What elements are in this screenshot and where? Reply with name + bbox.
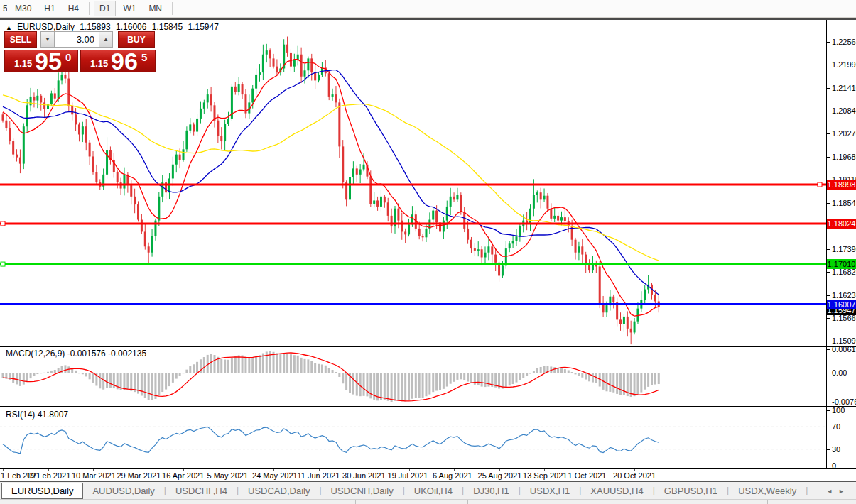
sell-price-point: 0 [65, 51, 71, 63]
tab-scroll-right-icon[interactable]: ► [838, 488, 850, 495]
volume-input[interactable] [55, 31, 99, 48]
axis-tick-mark [826, 295, 830, 296]
hline-label-resistance-1[interactable]: 1.18998 [827, 180, 856, 190]
axis-tick-mark [826, 349, 830, 350]
macd-label: MACD(12,26,9) -0.001576 -0.002135 [6, 349, 146, 358]
date-label: 29 Mar 2021 [117, 471, 161, 480]
tab-eurusd-daily[interactable]: EURUSD,Daily [1, 483, 83, 499]
time-axis[interactable]: 1 Feb 202119 Feb 202110 Mar 202129 Mar 2… [0, 469, 826, 481]
hline-label-current-level[interactable]: 1.16007 [827, 300, 856, 309]
date-label: 25 Aug 2021 [478, 471, 522, 480]
sell-price-base: 1.15 [14, 58, 32, 69]
timeframe-m15-button[interactable]: 5 [1, 1, 8, 16]
rsi-tick-label: 100 [832, 406, 845, 415]
buy-price-base: 1.15 [90, 58, 108, 69]
tab-audusd-daily[interactable]: AUDUSD,Daily [83, 483, 163, 498]
tab-usdcnh-daily[interactable]: USDCNH,Daily [322, 483, 403, 498]
date-label: 24 May 2021 [252, 471, 298, 480]
macd-tick-label: 0.006193 [832, 345, 856, 354]
date-label: 16 Apr 2021 [162, 471, 204, 480]
tab-xauusd-h4[interactable]: XAUUSD,H4 [581, 483, 652, 498]
axis-tick-mark [826, 88, 830, 89]
timeframe-w1-button[interactable]: W1 [117, 1, 141, 16]
buy-price-box[interactable]: 1.15 96 5 [80, 50, 156, 72]
timeframe-d1-button[interactable]: D1 [94, 1, 116, 16]
statusbar-divider [767, 500, 768, 504]
status-bar [0, 499, 856, 504]
date-label: 19 Feb 2021 [27, 471, 71, 480]
hline-label-resistance-2[interactable]: 1.18024 [827, 219, 856, 229]
date-label: 10 Mar 2021 [72, 471, 116, 480]
date-label: 19 Jul 2021 [388, 471, 428, 480]
timeframe-h4-button[interactable]: H4 [63, 1, 85, 16]
statusbar-divider [215, 500, 215, 504]
panel-separator[interactable] [0, 406, 856, 407]
statusbar-divider [467, 500, 468, 504]
axis-tick-mark [826, 203, 830, 204]
price-tick-label: 1.20270 [832, 129, 856, 138]
timeframe-mn-button[interactable]: MN [143, 1, 168, 16]
axis-tick-mark [826, 157, 830, 158]
sell-button[interactable]: SELL [4, 31, 37, 48]
tab-ukoil-h4[interactable]: UKOil,H4 [405, 483, 462, 498]
ohlc-open: 1.15893 [80, 22, 110, 32]
date-label: 6 Aug 2021 [433, 471, 472, 480]
date-label: 13 Sep 2021 [523, 471, 567, 480]
chart-symbol-period: EURUSD,Daily [17, 22, 75, 32]
ohlc-low: 1.15845 [152, 22, 183, 32]
axis-tick-mark [826, 272, 830, 273]
date-label: 11 Jun 2021 [298, 471, 340, 480]
collapse-triangle-icon[interactable]: ▲ [6, 24, 12, 31]
tab-usdx-h1[interactable]: USDX,H1 [521, 483, 579, 498]
price-tick-label: 1.21995 [832, 60, 856, 70]
ohlc-high: 1.16006 [116, 22, 146, 32]
rsi-tick-label: 70 [832, 422, 840, 432]
chart-tab-bar: EURUSD,Daily AUDUSD,Daily USDCHF,H4 USDC… [0, 481, 856, 499]
axis-tick-mark [826, 318, 830, 319]
toolbar-separator [89, 2, 90, 15]
tab-scroll-left-icon[interactable]: ◄ [826, 488, 838, 495]
volume-increase-button[interactable]: ▲ [99, 31, 113, 48]
axis-tick-mark [826, 341, 830, 341]
tab-usdchf-h4[interactable]: USDCHF,H4 [166, 483, 237, 498]
price-tick-label: 1.21410 [832, 84, 856, 93]
price-tick-label: 1.22565 [832, 38, 856, 47]
ohlc-close: 1.15947 [188, 22, 219, 32]
terminal-window: 5 M30 H1 H4 D1 W1 MN ▲ EURUSD,Daily 1.15… [0, 0, 856, 504]
one-click-trading-panel: SELL ▼ ▲ BUY 1.15 95 0 1.15 96 5 [4, 31, 156, 72]
sell-price-box[interactable]: 1.15 95 0 [4, 50, 78, 72]
timeframe-m30-button[interactable]: M30 [9, 1, 37, 16]
tab-usdcad-daily[interactable]: USDCAD,Daily [239, 483, 319, 498]
axis-tick-mark [826, 410, 830, 411]
axis-tick-mark [826, 373, 830, 373]
axis-tick-mark [826, 65, 830, 65]
timeframe-h1-button[interactable]: H1 [38, 1, 60, 16]
buy-button[interactable]: BUY [118, 31, 155, 48]
axis-tick-mark [826, 402, 830, 402]
tab-separator [806, 486, 808, 495]
hline-label-support[interactable]: 1.17010 [827, 259, 856, 269]
rsi-tick-label: 30 [832, 445, 840, 454]
tab-usdx-weekly[interactable]: USDX,Weekly [729, 483, 806, 498]
axis-tick-mark [826, 249, 830, 250]
price-tick-label: 1.17390 [832, 245, 856, 254]
toolbar-separator [172, 2, 173, 15]
date-label: 30 Jun 2021 [342, 471, 386, 480]
macd-tick-label: 0.00 [832, 368, 847, 378]
tab-dj30-h1[interactable]: DJ30,H1 [464, 483, 519, 498]
panel-separator[interactable] [0, 346, 856, 347]
date-label: 1 Oct 2021 [568, 471, 607, 480]
price-tick-label: 1.20840 [832, 106, 856, 116]
rsi-indicator-panel[interactable] [0, 407, 826, 468]
tab-gbpusd-h1[interactable]: GBPUSD,H1 [655, 483, 727, 498]
price-tick-label: 1.18545 [832, 199, 856, 208]
price-tick-label: 1.19685 [832, 153, 856, 162]
axis-tick-mark [826, 133, 830, 134]
date-label: 20 Oct 2021 [613, 471, 656, 480]
volume-decrease-button[interactable]: ▼ [40, 31, 55, 48]
rsi-tick-label: 0 [832, 461, 836, 471]
axis-tick-mark [826, 466, 830, 466]
buy-price-pips: 96 [111, 48, 138, 75]
axis-tick-mark [826, 42, 830, 43]
date-label: 5 May 2021 [207, 471, 248, 480]
